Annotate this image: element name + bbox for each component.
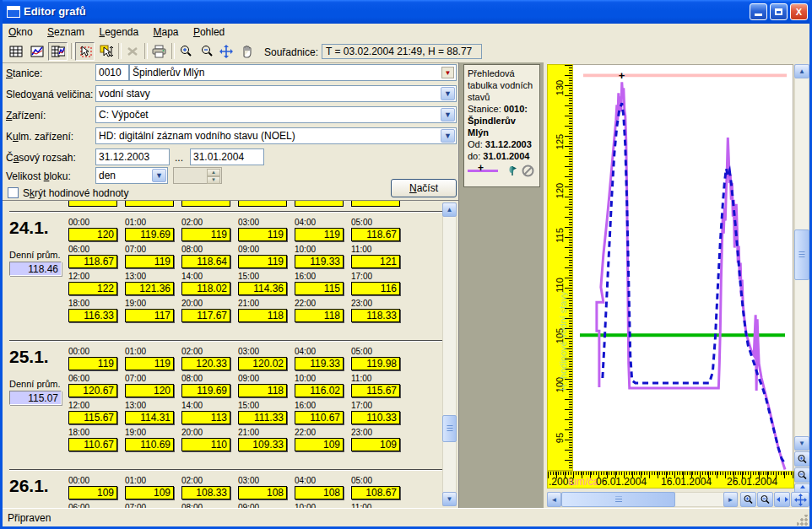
print-button[interactable] — [149, 42, 169, 61]
hour-value-cell[interactable]: 116.33 — [68, 309, 117, 322]
kulm-device-combo[interactable]: HD: digitální záznam vodního stavu (NOEL… — [95, 127, 457, 144]
pan-button[interactable] — [216, 42, 235, 61]
hour-value-cell[interactable]: 120.67 — [68, 384, 117, 397]
menu-mapa[interactable]: Mapa — [148, 24, 185, 40]
station-name-combo[interactable]: Špindlerův Mlýn▼ — [129, 64, 457, 81]
device-combo[interactable]: C: Výpočet▼ — [95, 106, 457, 123]
flag-icon[interactable] — [506, 165, 518, 176]
scroll-right-icon[interactable]: ► — [723, 492, 738, 507]
chart-zoom-in-x-button[interactable] — [740, 492, 756, 507]
hour-value-cell[interactable]: 118.33 — [351, 309, 400, 322]
hour-value-cell[interactable]: 113 — [181, 411, 230, 424]
hour-value-cell[interactable]: 118.67 — [68, 255, 117, 268]
minimize-button[interactable] — [750, 3, 767, 20]
chart-zoom-out-y-button[interactable] — [794, 467, 810, 483]
hour-value-cell[interactable]: 118 — [295, 309, 344, 322]
hour-value-cell[interactable]: 119.69 — [181, 384, 230, 397]
hour-value-cell[interactable]: 119 — [238, 228, 287, 241]
chevron-down-icon[interactable]: ▼ — [441, 108, 455, 121]
hour-value-cell[interactable]: 108.33 — [181, 486, 230, 499]
chevron-down-icon[interactable]: ▼ — [441, 129, 455, 143]
hand-tool-button[interactable] — [237, 42, 257, 61]
hour-value-cell[interactable]: 119.33 — [295, 357, 344, 370]
hour-value-cell[interactable]: 108.67 — [351, 486, 400, 499]
hour-value-cell[interactable]: 118.67 — [351, 228, 400, 241]
hide-hourly-label[interactable]: Skrýt hodinové hodnoty — [23, 187, 128, 199]
hour-value-cell[interactable]: 115.67 — [68, 411, 117, 424]
spinner-arrows-icon[interactable]: ▲▼ — [207, 169, 220, 182]
hour-value-cell[interactable]: 120.33 — [181, 357, 230, 370]
chart-view-button[interactable] — [27, 42, 46, 61]
hour-value-cell[interactable]: 119 — [295, 228, 344, 241]
hour-value-cell[interactable]: 114.36 — [238, 282, 287, 295]
resize-grip-icon[interactable] — [797, 515, 808, 526]
close-button[interactable]: X — [790, 3, 808, 20]
hour-value-cell[interactable]: 119 — [125, 357, 174, 370]
hour-value-cell[interactable]: 120 — [125, 384, 174, 397]
table-chart-view-button[interactable] — [48, 42, 68, 61]
hour-value-cell[interactable]: 119 — [125, 255, 174, 268]
scrollbar-thumb[interactable] — [561, 492, 675, 507]
scrollbar-thumb[interactable] — [794, 229, 809, 280]
hour-value-cell[interactable]: 117.67 — [181, 309, 230, 322]
date-from-input[interactable]: 31.12.2003 — [95, 148, 170, 165]
menu-pohled[interactable]: Pohled — [187, 24, 230, 40]
prohibition-icon[interactable] — [522, 165, 534, 177]
quantity-combo[interactable]: vodní stavy▼ — [95, 85, 457, 102]
scroll-left-icon[interactable]: ◄ — [547, 492, 561, 507]
chart-pan-x-button[interactable] — [774, 492, 790, 507]
hour-value-cell[interactable]: 115 — [295, 282, 344, 295]
hour-value-cell[interactable]: 116 — [351, 282, 400, 295]
hour-value-cell[interactable]: 119.69 — [125, 228, 174, 241]
table-view-button[interactable] — [6, 42, 25, 61]
chart-h-scrollbar[interactable]: ◄ ► — [547, 492, 738, 507]
scroll-down-icon[interactable]: ▼ — [442, 492, 457, 506]
hour-value-cell[interactable]: 108 — [238, 486, 287, 499]
menu-legenda[interactable]: Legenda — [93, 24, 144, 40]
delete-button[interactable] — [122, 42, 142, 61]
chart-pan-all-button[interactable] — [791, 492, 809, 507]
hour-value-cell[interactable]: 119 — [68, 357, 117, 370]
hour-value-cell[interactable]: 121.36 — [125, 282, 174, 295]
hour-value-cell[interactable]: 118.64 — [181, 255, 230, 268]
hour-value-cell[interactable]: 120.02 — [238, 357, 287, 370]
scroll-up-icon[interactable]: ▲ — [442, 202, 457, 217]
hour-value-cell[interactable]: 119.98 — [351, 357, 400, 370]
hour-value-cell[interactable]: 115.67 — [351, 384, 400, 397]
hour-value-cell[interactable]: 119.33 — [295, 255, 344, 268]
zoom-in-button[interactable] — [176, 42, 195, 61]
station-code-input[interactable]: 0010 — [95, 64, 129, 81]
hour-value-cell[interactable]: 110 — [181, 438, 230, 451]
hour-value-cell[interactable]: 122 — [68, 282, 117, 295]
chart-plot[interactable]: + — [573, 64, 793, 471]
select-vertical-button[interactable] — [96, 42, 116, 61]
select-rect-button[interactable] — [75, 42, 95, 61]
hour-value-cell[interactable]: 118 — [238, 384, 287, 397]
hour-value-cell[interactable]: 109 — [351, 438, 400, 451]
hour-value-cell[interactable]: 110.69 — [125, 438, 174, 451]
zoom-out-button[interactable] — [197, 42, 216, 61]
menu-okno[interactable]: Okno — [3, 24, 39, 40]
scroll-down-icon[interactable]: ▼ — [794, 436, 809, 451]
hour-value-cell[interactable]: 120 — [68, 228, 117, 241]
block-count-spinner[interactable]: ▲▼ — [173, 167, 222, 184]
scroll-up-icon[interactable]: ▲ — [794, 64, 809, 78]
hour-value-cell[interactable]: 119 — [181, 228, 230, 241]
chart-zoom-out-x-button[interactable] — [757, 492, 773, 507]
hour-value-cell[interactable]: 116.02 — [295, 384, 344, 397]
chevron-down-icon[interactable]: ▼ — [441, 87, 455, 100]
date-to-input[interactable]: 31.01.2004 — [190, 148, 264, 165]
hour-value-cell[interactable]: 110.67 — [68, 438, 117, 451]
legend-box[interactable]: Přehledová tabulka vodních stavů Stanice… — [463, 64, 540, 187]
hour-value-cell[interactable]: 117 — [125, 309, 174, 322]
menu-seznam[interactable]: Seznam — [41, 24, 90, 40]
hour-value-cell[interactable]: 109 — [68, 486, 117, 499]
hour-value-cell[interactable]: 110.33 — [351, 411, 400, 424]
hour-value-cell[interactable]: 111.33 — [238, 411, 287, 424]
chevron-down-icon[interactable]: ▼ — [152, 169, 166, 182]
hour-value-cell[interactable]: 109.33 — [238, 438, 287, 451]
hour-value-cell[interactable]: 114.31 — [125, 411, 174, 424]
hour-value-cell[interactable]: 118.02 — [181, 282, 230, 295]
hour-value-cell[interactable]: 109 — [295, 438, 344, 451]
hour-value-cell[interactable]: 109 — [125, 486, 174, 499]
